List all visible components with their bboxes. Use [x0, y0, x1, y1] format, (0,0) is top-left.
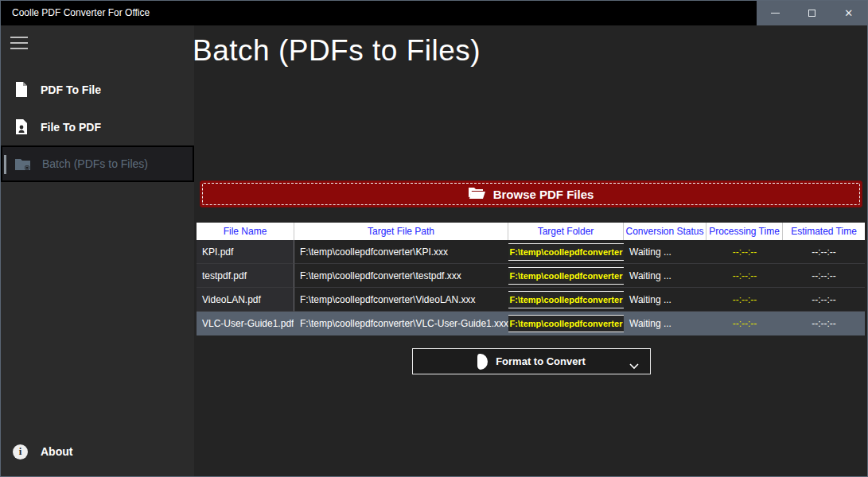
selected-indicator: [4, 155, 6, 174]
cell-target-file-path: F:\temp\coollepdfconverter\testpdf.xxx: [294, 264, 508, 288]
column-header-file-name: File Name: [197, 223, 294, 240]
column-header-target-folder: Target Folder: [508, 223, 624, 240]
table-row[interactable]: VLC-User-Guide1.pdfF:\temp\coollepdfconv…: [197, 312, 865, 335]
cell-target-file-path: F:\temp\coollepdfconverter\VideoLAN.xxx: [294, 288, 508, 312]
info-icon: i: [13, 444, 28, 460]
target-folder-button[interactable]: F:\temp\coollepdfconverter: [508, 291, 624, 308]
window-controls: ✕: [757, 1, 867, 25]
cell-conversion-status: Waiting ...: [624, 288, 706, 312]
browse-pdf-files-button[interactable]: Browse PDF Files: [200, 180, 862, 207]
cell-file-name: VLC-User-Guide1.pdf: [197, 312, 294, 335]
maximize-icon: [808, 10, 815, 17]
cell-target-folder: F:\temp\coollepdfconverter: [508, 288, 624, 312]
table-row[interactable]: testpdf.pdfF:\temp\coollepdfconverter\te…: [197, 264, 865, 288]
format-to-convert-dropdown[interactable]: Format to Convert: [412, 348, 651, 374]
cell-processing-time: --:--:--: [706, 288, 783, 312]
cell-conversion-status: Waiting ...: [624, 240, 706, 264]
cell-target-folder: F:\temp\coollepdfconverter: [508, 240, 624, 264]
column-header-conversion-status: Conversion Status: [624, 223, 706, 240]
sidebar-item-batch-pdfs-to-files[interactable]: Batch (PDFs to Files): [1, 145, 194, 182]
cell-estimated-time: --:--:--: [783, 240, 865, 264]
cell-file-name: testpdf.pdf: [197, 264, 294, 288]
hamburger-menu-icon[interactable]: [10, 37, 28, 49]
cell-estimated-time: --:--:--: [783, 288, 865, 312]
cell-file-name: VideoLAN.pdf: [197, 288, 294, 312]
about-label: About: [41, 445, 72, 458]
sidebar-item-file-to-pdf[interactable]: File To PDF: [1, 109, 194, 145]
sidebar-item-pdf-to-file[interactable]: PDF To File: [1, 72, 194, 108]
chevron-down-icon: [629, 359, 639, 373]
cell-target-folder: F:\temp\coollepdfconverter: [508, 264, 624, 288]
column-header-estimated-time: Estimated Time: [783, 223, 865, 240]
table-header: File Name Target File Path Target Folder…: [197, 223, 865, 240]
minimize-icon: [771, 13, 780, 14]
window-title: Coolle PDF Converter For Office: [12, 1, 150, 25]
close-button[interactable]: ✕: [831, 1, 867, 25]
folder-open-icon: [469, 186, 485, 202]
target-folder-button[interactable]: F:\temp\coollepdfconverter: [508, 243, 624, 261]
cell-processing-time: --:--:--: [706, 240, 783, 264]
maximize-button[interactable]: [793, 1, 830, 25]
column-header-processing-time: Processing Time: [706, 223, 783, 240]
pdf-to-file-icon: [14, 82, 29, 98]
sidebar-item-about[interactable]: i About: [1, 433, 194, 470]
sidebar-item-label: File To PDF: [41, 121, 101, 134]
format-icon: [477, 354, 488, 370]
title-bar: Coolle PDF Converter For Office ✕: [1, 1, 867, 25]
app-window: Coolle PDF Converter For Office ✕ PDF To…: [0, 0, 868, 477]
page-title: Batch (PDFs to Files): [193, 34, 481, 68]
sidebar-item-label: PDF To File: [41, 83, 101, 96]
column-header-target-file-path: Target File Path: [294, 223, 508, 240]
cell-conversion-status: Waiting ...: [624, 264, 706, 288]
cell-estimated-time: --:--:--: [783, 264, 865, 288]
format-dropdown-label: Format to Convert: [496, 355, 586, 367]
file-to-pdf-icon: [14, 119, 29, 135]
cell-file-name: KPI.pdf: [197, 240, 294, 264]
browse-button-label: Browse PDF Files: [493, 188, 594, 201]
target-folder-button[interactable]: F:\temp\coollepdfconverter: [508, 315, 624, 332]
cell-processing-time: --:--:--: [706, 312, 783, 335]
sidebar: PDF To File File To PDF Batch (PDFs to F…: [1, 25, 194, 476]
cell-processing-time: --:--:--: [706, 264, 783, 288]
minimize-button[interactable]: [757, 1, 793, 25]
cell-conversion-status: Waiting ...: [624, 312, 706, 335]
cell-target-file-path: F:\temp\coollepdfconverter\KPI.xxx: [294, 240, 508, 264]
cell-target-folder: F:\temp\coollepdfconverter: [508, 312, 624, 335]
table-body: KPI.pdfF:\temp\coollepdfconverter\KPI.xx…: [197, 240, 865, 335]
close-icon: ✕: [844, 7, 853, 19]
conversion-table: File Name Target File Path Target Folder…: [197, 223, 865, 335]
batch-folder-icon: [15, 156, 31, 172]
table-row[interactable]: KPI.pdfF:\temp\coollepdfconverter\KPI.xx…: [197, 240, 865, 264]
table-row[interactable]: VideoLAN.pdfF:\temp\coollepdfconverter\V…: [197, 288, 865, 312]
sidebar-item-label: Batch (PDFs to Files): [42, 157, 148, 170]
cell-target-file-path: F:\temp\coollepdfconverter\VLC-User-Guid…: [294, 312, 508, 335]
cell-estimated-time: --:--:--: [783, 312, 865, 335]
target-folder-button[interactable]: F:\temp\coollepdfconverter: [508, 267, 624, 285]
